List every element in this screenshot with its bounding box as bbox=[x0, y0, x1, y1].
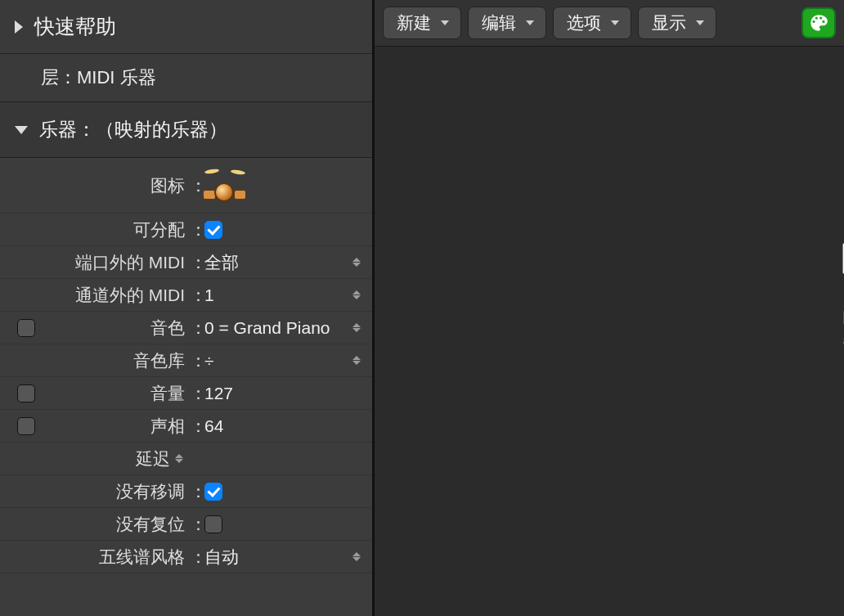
chevron-down-icon bbox=[696, 20, 704, 25]
chevron-right-icon bbox=[15, 20, 23, 34]
prop-no-reset: 没有复位 ： bbox=[0, 508, 372, 541]
prop-port-midi-value[interactable]: 全部 bbox=[203, 251, 362, 274]
prop-icon-value[interactable] bbox=[203, 169, 362, 202]
stepper-icon[interactable] bbox=[175, 454, 185, 463]
no-reset-checkbox[interactable] bbox=[204, 515, 222, 533]
palette-icon bbox=[808, 12, 829, 34]
layer-value: MIDI 乐器 bbox=[77, 67, 156, 88]
quick-help-header[interactable]: 快速帮助 bbox=[0, 0, 372, 54]
prop-no-transpose-label: 没有移调 bbox=[52, 480, 190, 503]
prop-staff-style: 五线谱风格 ： 自动 bbox=[0, 541, 372, 573]
pan-enable-checkbox[interactable] bbox=[17, 417, 35, 435]
color-palette-button[interactable] bbox=[801, 7, 836, 38]
view-menu-label: 显示 bbox=[652, 11, 686, 34]
chevron-down-icon bbox=[526, 20, 534, 25]
layer-row: 层：MIDI 乐器 bbox=[0, 54, 372, 102]
prop-port-midi: 端口外的 MIDI ： 全部 bbox=[0, 246, 372, 279]
options-menu-label: 选项 bbox=[567, 11, 601, 34]
edit-menu-label: 编辑 bbox=[482, 11, 516, 34]
prop-volume: 音量 ： 127 bbox=[0, 377, 372, 410]
chevron-down-icon bbox=[15, 126, 28, 134]
canvas-toolbar: 新建 编辑 选项 显示 bbox=[375, 0, 844, 47]
chevron-down-icon bbox=[611, 20, 619, 25]
environment-canvas[interactable]: （映射的乐器） bbox=[375, 47, 844, 616]
prop-staff-style-value[interactable]: 自动 bbox=[203, 546, 362, 569]
prop-port-midi-label: 端口外的 MIDI bbox=[52, 251, 190, 274]
prop-staff-style-label: 五线谱风格 bbox=[52, 546, 190, 569]
instrument-section-prefix: 乐器： bbox=[39, 119, 96, 140]
prop-bank: 音色库 ： ÷ bbox=[0, 344, 372, 377]
edit-menu-button[interactable]: 编辑 bbox=[468, 7, 546, 39]
instrument-section-header[interactable]: 乐器：（映射的乐器） bbox=[0, 102, 372, 158]
view-menu-button[interactable]: 显示 bbox=[638, 7, 716, 39]
prop-pan-value[interactable]: 64 bbox=[203, 416, 362, 436]
no-transpose-checkbox[interactable] bbox=[204, 483, 222, 501]
prop-pan-label: 声相 bbox=[52, 415, 190, 438]
options-menu-button[interactable]: 选项 bbox=[553, 7, 631, 39]
inspector-panel: 快速帮助 层：MIDI 乐器 乐器：（映射的乐器） 图标 ： bbox=[0, 0, 375, 616]
chevron-down-icon bbox=[441, 20, 449, 25]
prop-assignable: 可分配 ： bbox=[0, 214, 372, 246]
prop-icon: 图标 ： bbox=[0, 158, 372, 214]
property-table: 图标 ： 可分配 ： 端 bbox=[0, 158, 372, 573]
assignable-checkbox[interactable] bbox=[204, 221, 222, 239]
prop-delay: 延迟 ： bbox=[0, 443, 372, 475]
prop-volume-value[interactable]: 127 bbox=[203, 384, 362, 403]
prop-program-value[interactable]: 0 = Grand Piano bbox=[203, 318, 362, 338]
prop-no-transpose: 没有移调 ： bbox=[0, 475, 372, 508]
prop-program: 音色 ： 0 = Grand Piano bbox=[0, 312, 372, 344]
prop-assignable-label: 可分配 bbox=[52, 218, 190, 241]
new-menu-label: 新建 bbox=[397, 11, 431, 34]
stepper-icon[interactable] bbox=[352, 552, 362, 561]
prop-no-reset-label: 没有复位 bbox=[52, 513, 190, 536]
prop-bank-label: 音色库 bbox=[52, 349, 190, 372]
prop-channel-midi: 通道外的 MIDI ： 1 bbox=[0, 279, 372, 312]
program-enable-checkbox[interactable] bbox=[17, 319, 35, 337]
prop-channel-midi-value[interactable]: 1 bbox=[203, 286, 362, 305]
drums-icon bbox=[204, 169, 245, 202]
instrument-section-value: （映射的乐器） bbox=[96, 119, 227, 140]
prop-channel-midi-label: 通道外的 MIDI bbox=[52, 284, 190, 307]
prop-program-label: 音色 bbox=[52, 317, 190, 339]
prop-pan: 声相 ： 64 bbox=[0, 410, 372, 443]
environment-canvas-area: 新建 编辑 选项 显示 bbox=[375, 0, 844, 616]
prop-icon-label: 图标 bbox=[52, 174, 190, 197]
stepper-icon[interactable] bbox=[352, 323, 362, 332]
prop-delay-label: 延迟 bbox=[136, 447, 170, 470]
prop-bank-value[interactable]: ÷ bbox=[203, 351, 362, 371]
new-menu-button[interactable]: 新建 bbox=[383, 7, 461, 39]
stepper-icon[interactable] bbox=[352, 356, 362, 365]
stepper-icon[interactable] bbox=[352, 258, 362, 267]
layer-label: 层： bbox=[41, 67, 77, 88]
volume-enable-checkbox[interactable] bbox=[17, 384, 35, 402]
prop-volume-label: 音量 bbox=[52, 382, 190, 405]
quick-help-title: 快速帮助 bbox=[34, 13, 116, 40]
stepper-icon[interactable] bbox=[352, 290, 362, 299]
